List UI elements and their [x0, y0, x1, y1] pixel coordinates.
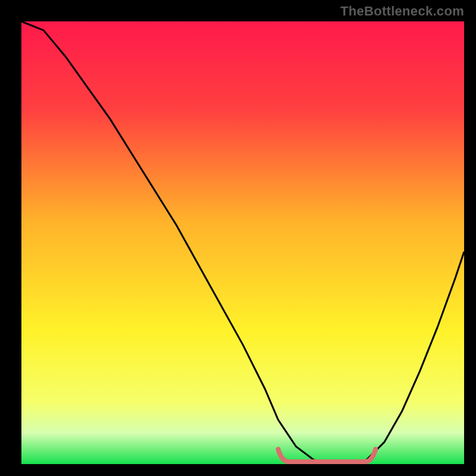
bottleneck-chart: [0, 0, 476, 476]
watermark-text: TheBottleneck.com: [340, 4, 464, 19]
chart-frame: TheBottleneck.com: [0, 0, 476, 476]
